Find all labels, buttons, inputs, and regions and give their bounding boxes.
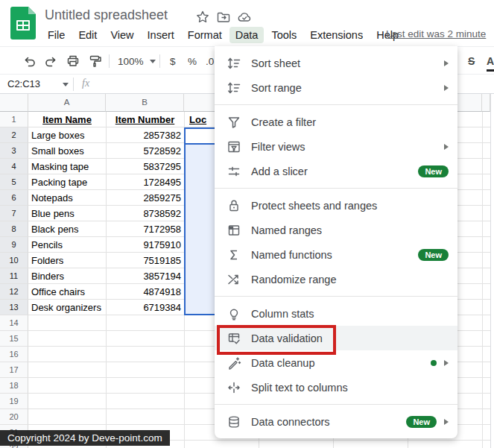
row-header[interactable]: 9	[0, 237, 28, 253]
cell[interactable]: Notepads	[28, 190, 106, 206]
menu-item-label: Create a filter	[251, 116, 449, 128]
sheets-logo-icon[interactable]	[10, 7, 36, 40]
menubar-item-format[interactable]: Format	[182, 27, 228, 43]
row-header[interactable]: 19	[0, 394, 28, 409]
column-header-a[interactable]: A	[28, 94, 106, 112]
menu-item-add-a-slicer[interactable]: Add a slicer New	[215, 159, 457, 183]
cell[interactable]: 4874918	[106, 284, 184, 300]
row-header[interactable]: 7	[0, 206, 28, 221]
annotation-highlight-box	[217, 325, 336, 355]
cell[interactable]: Desk organizers	[28, 300, 106, 315]
named-ranges-icon	[227, 223, 241, 238]
cell[interactable]: Folders	[28, 253, 106, 268]
cell[interactable]: Blue pens	[28, 206, 106, 221]
menubar-item-tools[interactable]: Tools	[265, 27, 303, 43]
row-header[interactable]: 17	[0, 362, 28, 378]
row-header[interactable]: 5	[0, 174, 28, 190]
magic-wand-icon	[227, 356, 241, 370]
percent-format-button[interactable]: %	[188, 53, 197, 69]
row-header[interactable]: 16	[0, 347, 28, 362]
row-header[interactable]: 8	[0, 221, 28, 237]
menubar-item-file[interactable]: File	[42, 27, 71, 43]
cell[interactable]: 7519185	[106, 253, 184, 268]
sort-icon	[227, 56, 241, 71]
menu-item-split-text-to-columns[interactable]: Split text to columns	[215, 375, 457, 400]
row-header[interactable]: 11	[0, 268, 28, 284]
menu-item-named-functions[interactable]: Named functions New	[215, 242, 457, 267]
menubar-item-extensions[interactable]: Extensions	[304, 27, 369, 43]
column-header-b[interactable]: B	[106, 94, 184, 112]
zoom-select[interactable]: 100%	[118, 53, 156, 69]
cell[interactable]: Packing tape	[28, 174, 106, 190]
cell[interactable]: Black pens	[28, 221, 106, 237]
menu-item-filter-views[interactable]: Filter views	[215, 134, 457, 159]
row-header[interactable]: 1	[0, 112, 28, 127]
gridline	[482, 112, 483, 448]
cell[interactable]: Binders	[28, 268, 106, 284]
scrollbar-gutter[interactable]	[490, 94, 494, 448]
row-header[interactable]: 10	[0, 253, 28, 268]
cell[interactable]: 5728592	[106, 143, 184, 159]
move-to-folder-icon[interactable]	[216, 10, 231, 25]
menu-item-sort-sheet[interactable]: Sort sheet	[215, 51, 457, 75]
menu-item-sort-range[interactable]: Sort range	[215, 75, 457, 100]
slicer-icon	[227, 164, 241, 179]
menu-item-label: Protect sheets and ranges	[251, 200, 449, 212]
cell[interactable]: Masking tape	[28, 159, 106, 174]
new-badge: New	[406, 416, 437, 428]
decrease-decimal-button[interactable]: .0	[206, 53, 214, 69]
toolbar-divider	[159, 54, 160, 68]
row-header[interactable]: 14	[0, 315, 28, 331]
text-color-button[interactable]: A	[487, 53, 494, 72]
print-icon[interactable]	[66, 53, 80, 69]
select-all-corner[interactable]	[0, 94, 28, 112]
row-header[interactable]: 13	[0, 300, 28, 315]
redo-icon[interactable]	[43, 53, 58, 69]
row-header[interactable]: 12	[0, 284, 28, 300]
cell[interactable]: 7172958	[106, 221, 184, 237]
row-header[interactable]: 6	[0, 190, 28, 206]
cell[interactable]: 9175910	[106, 237, 184, 253]
menu-item-data-connectors[interactable]: Data connectors New	[215, 409, 457, 434]
column-header[interactable]	[482, 94, 490, 112]
menu-item-column-stats[interactable]: Column stats	[215, 301, 457, 326]
row-header[interactable]: 4	[0, 159, 28, 174]
star-icon[interactable]	[195, 10, 210, 25]
document-title[interactable]: Untitled spreadsheet	[45, 7, 168, 23]
cell[interactable]: 5837295	[106, 159, 184, 174]
cell[interactable]: 3857194	[106, 268, 184, 284]
name-box-caret-icon[interactable]	[63, 83, 69, 86]
menubar-item-insert[interactable]: Insert	[142, 27, 180, 43]
row-header[interactable]: 3	[0, 143, 28, 159]
cell[interactable]: Pencils	[28, 237, 106, 253]
undo-icon[interactable]	[22, 53, 37, 69]
menu-item-protect-sheets-and-ranges[interactable]: Protect sheets and ranges	[215, 193, 457, 218]
cell[interactable]: 2857382	[106, 127, 184, 143]
cell[interactable]: 1728495	[106, 174, 184, 190]
menu-item-named-ranges[interactable]: Named ranges	[215, 218, 457, 242]
menubar-item-view[interactable]: View	[104, 27, 139, 43]
cell[interactable]: Large boxes	[28, 127, 106, 143]
row-header[interactable]: 18	[0, 378, 28, 394]
cell[interactable]: Item Name	[28, 112, 106, 127]
name-box[interactable]: C2:C13	[7, 78, 40, 89]
cell[interactable]: Small boxes	[28, 143, 106, 159]
currency-format-button[interactable]: $	[170, 53, 176, 69]
menu-item-create-a-filter[interactable]: Create a filter	[215, 110, 457, 134]
menu-item-label: Add a slicer	[251, 165, 412, 177]
cell[interactable]: 6719384	[106, 300, 184, 315]
row-header[interactable]: 20	[0, 409, 28, 425]
menu-item-randomize-range[interactable]: Randomize range	[215, 267, 457, 291]
row-header[interactable]: 15	[0, 331, 28, 347]
last-edit-link[interactable]: Last edit was 2 minute	[386, 28, 486, 40]
cell[interactable]: Office chairs	[28, 284, 106, 300]
menubar-item-edit[interactable]: Edit	[72, 27, 103, 43]
cell[interactable]: Item Number	[106, 112, 184, 127]
cell[interactable]: 8738592	[106, 206, 184, 221]
strikethrough-button[interactable]: S	[468, 53, 475, 69]
paint-format-icon[interactable]	[88, 53, 103, 69]
cell[interactable]: 2859275	[106, 190, 184, 206]
menubar-item-data[interactable]: Data	[229, 27, 265, 43]
row-header[interactable]: 2	[0, 127, 28, 143]
cloud-saved-icon[interactable]	[237, 10, 252, 25]
